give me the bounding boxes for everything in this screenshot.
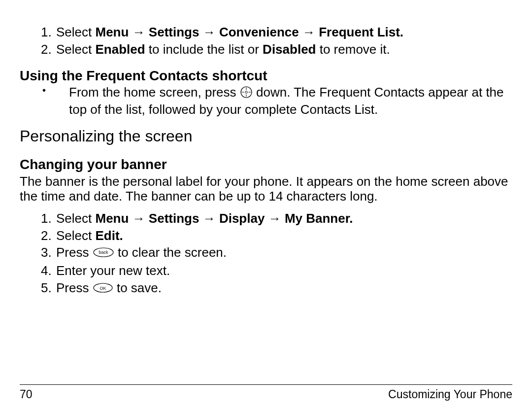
ok-key-icon: OK bbox=[93, 281, 113, 297]
banner-steps: Select Menu → Settings → Display → My Ba… bbox=[20, 211, 512, 296]
arrow-icon: → bbox=[203, 211, 216, 226]
arrow-icon: → bbox=[302, 25, 315, 39]
banner-step-5: Press OK to save. bbox=[55, 280, 512, 297]
arrow-icon: → bbox=[268, 211, 281, 226]
step-2: Select Enabled to include the list or Di… bbox=[55, 42, 512, 57]
svg-point-1 bbox=[245, 91, 248, 94]
page-content: Select Menu → Settings → Convenience → F… bbox=[0, 0, 532, 296]
banner-step-1: Select Menu → Settings → Display → My Ba… bbox=[55, 211, 512, 226]
banner-step-4: Enter your new text. bbox=[55, 263, 512, 278]
step-1: Select Menu → Settings → Convenience → F… bbox=[55, 25, 512, 40]
subheading-banner: Changing your banner bbox=[20, 156, 512, 172]
page-number: 70 bbox=[20, 388, 33, 401]
enabled-option: Enabled bbox=[96, 42, 145, 57]
banner-description: The banner is the personal label for you… bbox=[20, 174, 512, 204]
nav-pad-icon bbox=[240, 86, 253, 102]
chapter-title: Customizing Your Phone bbox=[388, 388, 512, 401]
step-prefix: Select bbox=[56, 25, 96, 39]
frequent-shortcut-list: From the home screen, press down. The Fr… bbox=[20, 85, 512, 117]
banner-step-2: Select Edit. bbox=[55, 228, 512, 243]
svg-text:OK: OK bbox=[100, 285, 106, 290]
edit-option: Edit. bbox=[96, 228, 123, 243]
subheading-frequent-shortcut: Using the Frequent Contacts shortcut bbox=[20, 68, 512, 84]
frequent-shortcut-item: From the home screen, press down. The Fr… bbox=[42, 85, 512, 117]
svg-text:back: back bbox=[99, 250, 108, 255]
step-prefix: Select bbox=[56, 42, 96, 57]
menu-path: Menu → Settings → Display → My Banner. bbox=[96, 211, 353, 226]
frequent-list-steps: Select Menu → Settings → Convenience → F… bbox=[20, 25, 512, 57]
section-personalizing: Personalizing the screen bbox=[20, 127, 512, 146]
arrow-icon: → bbox=[133, 25, 145, 39]
menu-path: Menu → Settings → Convenience → Frequent… bbox=[96, 25, 404, 39]
page-footer: 70 Customizing Your Phone bbox=[20, 384, 512, 401]
arrow-icon: → bbox=[203, 25, 216, 39]
banner-step-3: Press back to clear the screen. bbox=[55, 245, 512, 261]
disabled-option: Disabled bbox=[263, 42, 316, 57]
arrow-icon: → bbox=[133, 211, 145, 226]
back-key-icon: back bbox=[93, 246, 114, 261]
